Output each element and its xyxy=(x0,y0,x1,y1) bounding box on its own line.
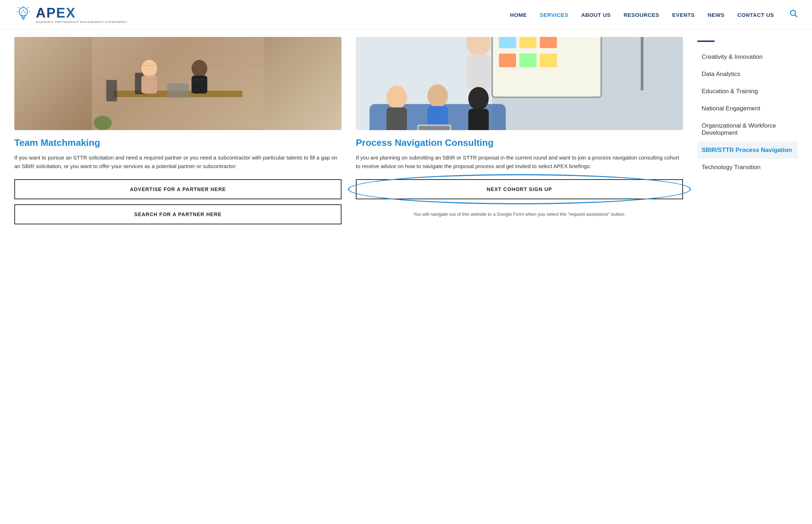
advertise-partner-button[interactable]: ADVERTISE FOR A PARTNER HERE xyxy=(14,179,341,199)
svg-rect-46 xyxy=(468,109,489,130)
svg-rect-42 xyxy=(387,108,407,130)
sidebar-item-org-workforce[interactable]: Organizational & Workforce Development xyxy=(697,117,798,142)
site-header: APEX ACADEMIC PARTNERSHIP ENGAGEMENT EXP… xyxy=(0,0,812,30)
sidebar-item-creativity[interactable]: Creativity & Innovation xyxy=(697,48,798,66)
svg-rect-20 xyxy=(192,76,207,94)
svg-rect-50 xyxy=(641,37,644,90)
nav-about[interactable]: ABOUT US xyxy=(581,12,611,18)
nav-home[interactable]: HOME xyxy=(510,12,527,18)
svg-rect-21 xyxy=(167,84,189,98)
process-navigation-title: Process Navigation Consulting xyxy=(356,137,683,148)
process-navigation-description: If you are planning on submitting an SBI… xyxy=(356,153,683,171)
svg-rect-48 xyxy=(419,126,450,130)
team-matchmaking-description: If you want to pursue an STTR solicitati… xyxy=(14,153,341,171)
nav-events[interactable]: EVENTS xyxy=(672,12,695,18)
sidebar-item-technology-transition[interactable]: Technology Transition xyxy=(697,159,798,176)
process-navigation-image xyxy=(356,37,683,130)
svg-rect-37 xyxy=(540,53,557,67)
nav-resources[interactable]: RESOURCES xyxy=(624,12,659,18)
search-icon xyxy=(790,10,798,18)
svg-point-45 xyxy=(468,87,489,110)
disclaimer-text: You will navigate out of this website to… xyxy=(356,211,683,218)
team-matchmaking-title: Team Matchmaking xyxy=(14,137,341,148)
svg-rect-15 xyxy=(106,80,117,101)
svg-rect-18 xyxy=(142,76,157,94)
svg-point-19 xyxy=(192,60,207,77)
svg-rect-35 xyxy=(499,53,516,67)
team-matchmaking-column: Team Matchmaking If you want to pursue a… xyxy=(14,37,341,229)
nav-contact[interactable]: CONTACT US xyxy=(737,12,774,18)
svg-line-12 xyxy=(795,15,797,17)
svg-point-9 xyxy=(22,12,23,13)
svg-rect-32 xyxy=(499,37,516,48)
svg-point-8 xyxy=(23,10,24,11)
svg-rect-33 xyxy=(520,37,537,48)
logo-subtitle: ACADEMIC PARTNERSHIP ENGAGEMENT EXPERIME… xyxy=(36,20,128,24)
svg-line-5 xyxy=(28,7,29,8)
sidebar: Creativity & Innovation Data Analytics E… xyxy=(697,37,798,229)
nav-news[interactable]: NEWS xyxy=(708,12,725,18)
logo-text: APEX ACADEMIC PARTNERSHIP ENGAGEMENT EXP… xyxy=(36,6,128,24)
nav-services[interactable]: SERVICES xyxy=(540,12,568,18)
next-cohort-signup-button[interactable]: NEXT COHORT SIGN UP xyxy=(356,179,683,199)
sidebar-item-education[interactable]: Education & Training xyxy=(697,83,798,100)
svg-line-4 xyxy=(18,7,19,8)
main-columns: Team Matchmaking If you want to pursue a… xyxy=(14,37,683,229)
svg-point-22 xyxy=(94,116,112,130)
sidebar-item-data-analytics[interactable]: Data Analytics xyxy=(697,66,798,83)
svg-point-0 xyxy=(19,8,27,16)
apex-logo-icon xyxy=(14,6,32,24)
main-nav: HOME SERVICES ABOUT US RESOURCES EVENTS … xyxy=(510,10,798,20)
logo[interactable]: APEX ACADEMIC PARTNERSHIP ENGAGEMENT EXP… xyxy=(14,6,128,24)
svg-rect-34 xyxy=(540,37,557,48)
search-button[interactable] xyxy=(790,10,798,20)
search-partner-button[interactable]: SEARCH FOR A PARTNER HERE xyxy=(14,204,341,224)
svg-rect-36 xyxy=(520,53,537,67)
page-content: Team Matchmaking If you want to pursue a… xyxy=(0,30,812,244)
svg-point-43 xyxy=(428,84,448,108)
svg-rect-39 xyxy=(466,55,491,89)
sidebar-item-national-engagement[interactable]: National Engagement xyxy=(697,100,798,117)
svg-point-41 xyxy=(387,86,407,109)
cohort-signup-wrapper: NEXT COHORT SIGN UP xyxy=(356,179,683,199)
svg-point-10 xyxy=(24,12,25,13)
svg-point-17 xyxy=(142,60,157,77)
team-matchmaking-image xyxy=(14,37,341,130)
sidebar-active-indicator xyxy=(697,41,715,42)
sidebar-item-sbir-sttr[interactable]: SBIR/STTR Process Navigation xyxy=(697,142,798,159)
logo-name: APEX xyxy=(36,6,128,20)
process-navigation-column: Process Navigation Consulting If you are… xyxy=(356,37,683,229)
